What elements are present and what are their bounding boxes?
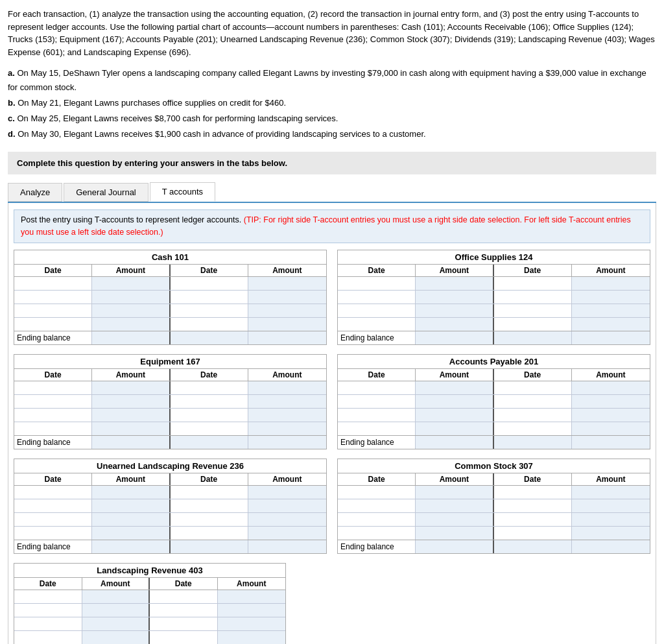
lr-r1-date1[interactable] — [14, 590, 82, 603]
eq-r4-amt2[interactable] — [248, 422, 326, 435]
ap-r4-date1[interactable] — [338, 422, 416, 435]
lr-r2-date1[interactable] — [14, 604, 82, 617]
ul-r4-date1[interactable] — [14, 527, 92, 540]
eq-r4-amt1[interactable] — [92, 422, 170, 435]
cs-r2-amt2[interactable] — [572, 499, 650, 512]
os-r3-amt1[interactable] — [416, 304, 493, 317]
tab-t-accounts[interactable]: T accounts — [150, 182, 215, 202]
cash-r3-amt2[interactable] — [248, 304, 326, 317]
lr-r4-date2[interactable] — [150, 631, 218, 644]
ul-r4-date2[interactable] — [171, 527, 248, 540]
cs-r1-amt1[interactable] — [416, 486, 493, 499]
eq-r1-date2[interactable] — [171, 381, 248, 394]
cash-r1-amt1[interactable] — [92, 277, 170, 290]
lr-r4-amt2[interactable] — [218, 631, 286, 644]
lr-r1-date2[interactable] — [150, 590, 218, 603]
eq-r4-date1[interactable] — [14, 422, 92, 435]
lr-r2-amt2[interactable] — [218, 604, 286, 617]
lr-r3-date1[interactable] — [14, 617, 82, 630]
ap-r2-amt2[interactable] — [572, 395, 650, 408]
ul-r2-date1[interactable] — [14, 499, 92, 512]
ap-r2-date1[interactable] — [338, 395, 416, 408]
os-r2-amt1[interactable] — [416, 291, 493, 304]
cash-r4-date2[interactable] — [171, 318, 248, 331]
cs-r4-date2[interactable] — [494, 527, 572, 540]
lr-r4-amt1[interactable] — [82, 631, 150, 644]
ap-r4-amt1[interactable] — [416, 422, 493, 435]
eq-r3-date1[interactable] — [14, 409, 92, 422]
lr-r1-amt2[interactable] — [218, 590, 286, 603]
eq-r2-amt2[interactable] — [248, 395, 326, 408]
cash-r3-date1[interactable] — [14, 304, 92, 317]
lr-r2-date2[interactable] — [150, 604, 218, 617]
cs-r1-date2[interactable] — [494, 486, 572, 499]
ul-r2-amt2[interactable] — [248, 499, 326, 512]
ap-r4-amt2[interactable] — [572, 422, 650, 435]
os-r2-date1[interactable] — [338, 291, 416, 304]
cs-r3-date1[interactable] — [338, 513, 416, 526]
os-r1-date1[interactable] — [338, 277, 416, 290]
cs-r2-date1[interactable] — [338, 499, 416, 512]
ul-r3-amt2[interactable] — [248, 513, 326, 526]
eq-r3-amt2[interactable] — [248, 409, 326, 422]
tab-analyze[interactable]: Analyze — [8, 183, 62, 202]
os-r4-date2[interactable] — [494, 318, 572, 331]
cash-r1-amt2[interactable] — [248, 277, 326, 290]
cash-r2-date1[interactable] — [14, 291, 92, 304]
eq-ending-amt1[interactable] — [92, 436, 170, 449]
cs-ending-amt2[interactable] — [572, 540, 650, 553]
os-r3-date2[interactable] — [494, 304, 572, 317]
cs-ending-date2[interactable] — [494, 540, 572, 553]
cash-r4-amt2[interactable] — [248, 318, 326, 331]
ap-r1-amt2[interactable] — [572, 381, 650, 394]
os-r3-date1[interactable] — [338, 304, 416, 317]
os-r4-date1[interactable] — [338, 318, 416, 331]
cash-r2-amt2[interactable] — [248, 291, 326, 304]
cash-r1-date1[interactable] — [14, 277, 92, 290]
cs-r1-date1[interactable] — [338, 486, 416, 499]
cs-r2-date2[interactable] — [494, 499, 572, 512]
ap-ending-amt1[interactable] — [416, 436, 493, 449]
eq-r2-date1[interactable] — [14, 395, 92, 408]
ap-r1-date1[interactable] — [338, 381, 416, 394]
cash-r2-amt1[interactable] — [92, 291, 170, 304]
lr-r4-date1[interactable] — [14, 631, 82, 644]
lr-r3-amt1[interactable] — [82, 617, 150, 630]
cs-r1-amt2[interactable] — [572, 486, 650, 499]
eq-ending-date2[interactable] — [171, 436, 248, 449]
ul-r2-date2[interactable] — [171, 499, 248, 512]
ul-r4-amt2[interactable] — [248, 527, 326, 540]
cash-r2-date2[interactable] — [171, 291, 248, 304]
ap-r3-date1[interactable] — [338, 409, 416, 422]
ap-ending-date2[interactable] — [494, 436, 572, 449]
ul-r1-amt2[interactable] — [248, 486, 326, 499]
cash-r4-amt1[interactable] — [92, 318, 170, 331]
os-r4-amt2[interactable] — [572, 318, 650, 331]
cash-ending-date2[interactable] — [171, 331, 248, 344]
ap-r4-date2[interactable] — [494, 422, 572, 435]
tab-general-journal[interactable]: General Journal — [64, 183, 148, 202]
cash-r3-date2[interactable] — [171, 304, 248, 317]
cs-ending-amt1[interactable] — [416, 540, 493, 553]
ul-ending-amt1[interactable] — [92, 540, 170, 553]
lr-r3-date2[interactable] — [150, 617, 218, 630]
ap-r3-date2[interactable] — [494, 409, 572, 422]
os-r1-date2[interactable] — [494, 277, 572, 290]
cash-r4-date1[interactable] — [14, 318, 92, 331]
cash-ending-amt1[interactable] — [92, 331, 170, 344]
ul-r3-date2[interactable] — [171, 513, 248, 526]
ul-r1-amt1[interactable] — [92, 486, 170, 499]
ap-r2-date2[interactable] — [494, 395, 572, 408]
ul-ending-date2[interactable] — [171, 540, 248, 553]
eq-r3-date2[interactable] — [171, 409, 248, 422]
os-r4-amt1[interactable] — [416, 318, 493, 331]
eq-r1-date1[interactable] — [14, 381, 92, 394]
eq-r2-date2[interactable] — [171, 395, 248, 408]
cs-r3-amt2[interactable] — [572, 513, 650, 526]
ap-r2-amt1[interactable] — [416, 395, 493, 408]
cs-r4-date1[interactable] — [338, 527, 416, 540]
os-ending-date2[interactable] — [494, 331, 572, 344]
cash-ending-amt2[interactable] — [248, 331, 326, 344]
os-ending-amt2[interactable] — [572, 331, 650, 344]
lr-r2-amt1[interactable] — [82, 604, 150, 617]
